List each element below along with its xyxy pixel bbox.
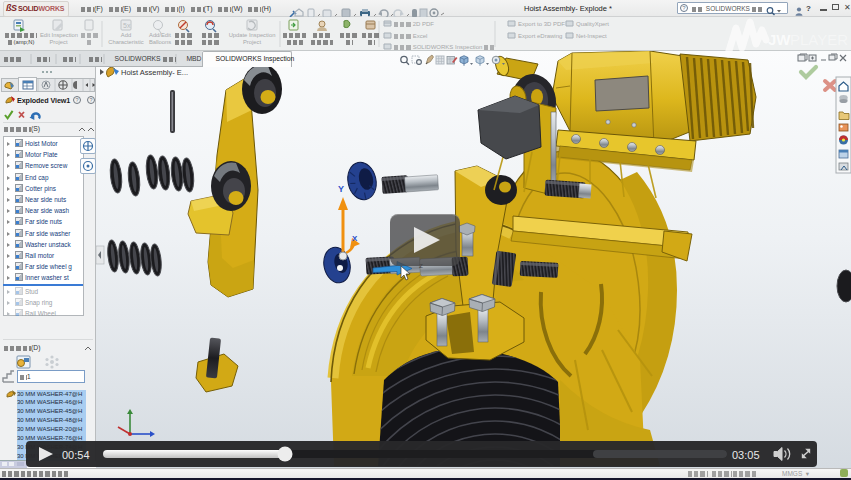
svg-text:Hoist Assembly- E...: Hoist Assembly- E... — [121, 68, 188, 77]
svg-text:z: z — [419, 261, 423, 270]
svg-text:5x: 5x — [123, 22, 131, 29]
svg-text:Y: Y — [338, 184, 344, 194]
svg-text:X: X — [352, 234, 358, 243]
